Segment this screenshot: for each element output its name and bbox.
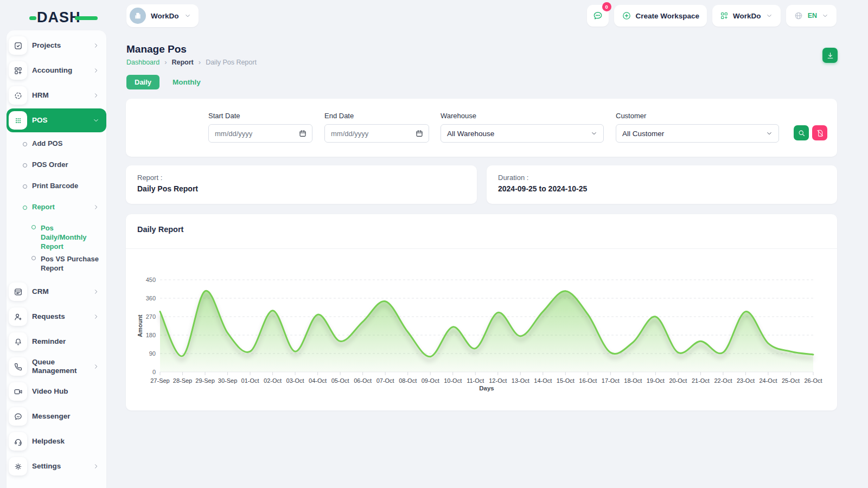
svg-text:27-Sep: 27-Sep (150, 377, 169, 384)
svg-text:Days: Days (479, 385, 494, 391)
report-period-tabs: Daily Monthly (126, 75, 201, 89)
sidebar-item-label: Pos Daily/Monthly Report (41, 223, 100, 251)
warehouse-select[interactable]: All Warehouse (441, 124, 604, 143)
svg-text:22-Oct: 22-Oct (714, 377, 732, 384)
customer-group: Customer All Customer (616, 112, 779, 143)
sidebar-item-crm[interactable]: CRM (7, 279, 106, 304)
chevron-down-icon (765, 130, 773, 137)
sidebar-item-label: Video Hub (32, 387, 100, 396)
chevron-right-icon (92, 67, 100, 74)
building-icon (133, 11, 142, 20)
breadcrumb-report[interactable]: Report (172, 59, 194, 66)
sidebar-item-label: Projects (32, 41, 87, 50)
chevron-right-icon (92, 463, 100, 470)
language-selector[interactable]: EN (786, 5, 837, 27)
sidebar-item-accounting[interactable]: Accounting (7, 58, 106, 83)
sidebar-item-pos-order[interactable]: POS Order (7, 154, 106, 175)
svg-text:23-Oct: 23-Oct (737, 377, 755, 384)
end-date-input[interactable] (325, 125, 429, 142)
globe-icon (794, 11, 803, 21)
svg-text:25-Oct: 25-Oct (782, 377, 800, 384)
search-button[interactable] (794, 125, 809, 140)
sidebar-item-requests[interactable]: Requests (7, 304, 106, 329)
svg-text:29-Sep: 29-Sep (195, 377, 214, 384)
report-summary-card: Report : Daily Pos Report (126, 165, 477, 204)
sidebar-item-messenger[interactable]: Messenger (7, 404, 106, 429)
sidebar-item-pos[interactable]: POS (7, 108, 106, 132)
warehouse-group: Warehouse All Warehouse (441, 112, 604, 143)
tab-monthly[interactable]: Monthly (173, 78, 201, 86)
svg-text:16-Oct: 16-Oct (579, 377, 597, 384)
report-value: Daily Pos Report (137, 184, 465, 193)
app: DASH WorkDo 0 Create Workspace WorkDo (0, 0, 868, 488)
pos-icon (9, 111, 27, 130)
start-date-input[interactable] (209, 125, 312, 142)
svg-text:12-Oct: 12-Oct (489, 377, 507, 384)
messages-button[interactable]: 0 (587, 5, 609, 27)
language-code: EN (808, 12, 817, 20)
page-title: Manage Pos (126, 43, 187, 55)
start-date-group: Start Date (208, 112, 312, 143)
sidebar-item-label: CRM (32, 287, 87, 296)
workspace-selector[interactable]: WorkDo (126, 4, 199, 27)
sidebar-item-print-barcode[interactable]: Print Barcode (7, 175, 106, 196)
svg-text:09-Oct: 09-Oct (422, 377, 439, 384)
sidebar-item-projects[interactable]: Projects (7, 33, 106, 58)
sidebar-item-video-hub[interactable]: Video Hub (7, 379, 106, 404)
bullet-icon (31, 256, 36, 260)
sidebar-item-pos-vs-purchase-report[interactable]: Pos VS Purchase Report (7, 248, 106, 279)
sidebar-nav: ProjectsAccountingHRMPOSAdd POSPOS Order… (7, 33, 106, 479)
chevron-down-icon (92, 117, 100, 124)
svg-text:14-Oct: 14-Oct (534, 377, 552, 384)
sidebar-item-helpdesk[interactable]: Helpdesk (7, 429, 106, 454)
area-chart: 09018027036045027-Sep28-Sep29-Sep30-Sep0… (126, 249, 837, 410)
svg-text:28-Sep: 28-Sep (173, 377, 192, 384)
sidebar-item-queue-management[interactable]: Queue Management (7, 354, 106, 379)
customer-select[interactable]: All Customer (616, 124, 779, 143)
svg-text:450: 450 (146, 277, 156, 283)
crm-icon (9, 282, 27, 301)
sidebar-item-label: Print Barcode (32, 181, 78, 190)
sidebar-item-settings[interactable]: Settings (7, 454, 106, 479)
filter-card: Start Date End Date Warehouse All Wareho… (126, 99, 837, 157)
duration-label: Duration : (498, 174, 826, 182)
bullet-icon (31, 225, 36, 229)
svg-text:180: 180 (146, 332, 156, 338)
tab-daily[interactable]: Daily (126, 75, 159, 89)
sidebar-item-report[interactable]: Report (7, 196, 106, 217)
sidebar-item-reminder[interactable]: Reminder (7, 329, 106, 354)
end-date-label: End Date (324, 112, 429, 120)
sidebar-item-label: HRM (32, 91, 87, 100)
customer-label: Customer (616, 112, 779, 120)
sidebar-item-label: Queue Management (32, 358, 87, 375)
chevron-right-icon (92, 313, 100, 320)
bullet-icon (23, 184, 27, 189)
sidebar-item-label: Helpdesk (32, 437, 100, 446)
sidebar-item-label: Add POS (32, 139, 62, 148)
chevron-right-icon (92, 42, 100, 49)
svg-text:04-Oct: 04-Oct (309, 377, 327, 384)
search-icon (797, 129, 806, 137)
svg-text:18-Oct: 18-Oct (624, 377, 642, 384)
warehouse-label: Warehouse (441, 112, 604, 120)
chevron-down-icon (765, 12, 773, 20)
svg-text:360: 360 (146, 295, 156, 301)
breadcrumb-dashboard[interactable]: Dashboard (126, 59, 159, 66)
workspace-menu-button[interactable]: WorkDo (712, 5, 781, 27)
sidebar-item-pos-daily-monthly-report[interactable]: Pos Daily/Monthly Report (7, 217, 106, 248)
sidebar-item-label: Pos VS Purchase Report (41, 254, 100, 273)
chevron-down-icon (590, 130, 598, 137)
reset-filter-button[interactable] (812, 125, 827, 140)
customer-value: All Customer (622, 130, 664, 138)
projects-icon (9, 36, 27, 55)
svg-text:30-Sep: 30-Sep (218, 377, 237, 384)
svg-text:03-Oct: 03-Oct (286, 377, 304, 384)
workspace-menu-label: WorkDo (733, 12, 761, 20)
sidebar-item-label: Accounting (32, 66, 87, 75)
svg-text:05-Oct: 05-Oct (331, 377, 349, 384)
sidebar-item-hrm[interactable]: HRM (7, 83, 106, 108)
sidebar-item-add-pos[interactable]: Add POS (7, 133, 106, 154)
download-button[interactable] (822, 48, 838, 63)
create-workspace-button[interactable]: Create Workspace (614, 5, 707, 27)
workspace-avatar (130, 8, 146, 24)
